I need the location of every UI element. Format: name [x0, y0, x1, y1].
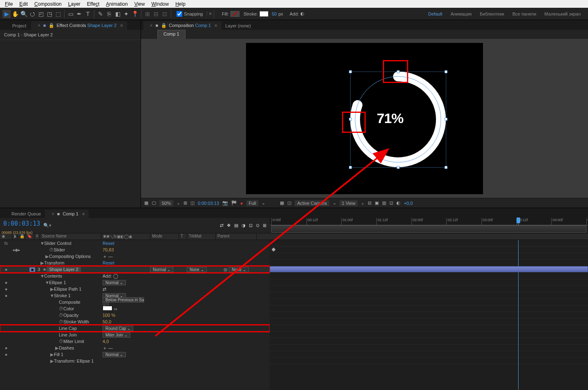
property-value[interactable]: Reset: [103, 260, 114, 265]
pen-tool[interactable]: ✒: [75, 10, 83, 18]
transparency-icon[interactable]: ▦: [280, 200, 284, 206]
brush-tool[interactable]: ✎: [96, 10, 105, 18]
region-icon[interactable]: ◫: [190, 200, 195, 206]
visibility-toggle[interactable]: ●: [0, 287, 12, 291]
chevron-down-icon[interactable]: ⌄: [177, 200, 180, 206]
grid-icon[interactable]: ▦: [144, 200, 148, 206]
orbit-tool[interactable]: ⭯: [28, 10, 36, 18]
property-row[interactable]: Line JoinMiter Join ⌄: [0, 332, 270, 338]
expand-arrow[interactable]: ▶: [50, 359, 54, 364]
property-row[interactable]: ●▶Dashes＋ —: [0, 345, 270, 351]
col-parent[interactable]: Parent: [216, 233, 257, 240]
selection-tool[interactable]: ▶: [2, 10, 11, 18]
stopwatch-icon[interactable]: ⏱: [59, 319, 63, 324]
col-mode[interactable]: Mode: [150, 233, 179, 240]
ws-allpanels[interactable]: Все панели: [512, 11, 536, 16]
snapshot-icon[interactable]: 📷: [222, 200, 228, 206]
add-menu-icon[interactable]: ◐: [300, 11, 304, 16]
visibility-toggle[interactable]: ●: [0, 293, 12, 298]
tl-btn[interactable]: ▤: [234, 223, 238, 228]
chevron-down-icon[interactable]: ⌄: [333, 200, 336, 206]
type-tool[interactable]: T: [84, 10, 92, 18]
tab-layer-none[interactable]: Layer (none): [221, 22, 255, 30]
resolution-select[interactable]: Full: [246, 200, 259, 206]
property-row[interactable]: ●▶Ellipse Path 1⇄: [0, 286, 270, 292]
property-value[interactable]: ⇄: [103, 287, 106, 291]
clone-tool[interactable]: ⎘: [105, 10, 113, 18]
property-row[interactable]: ●▶Fill 1Normal ⌄: [0, 351, 270, 358]
mask-icon[interactable]: ◫: [287, 200, 291, 206]
timeline-layer-list[interactable]: fx▼Slider ControlReset◂◆▸⏱ Slider70,83▶C…: [0, 240, 270, 390]
show-snapshot-icon[interactable]: 🏁: [231, 200, 237, 206]
stopwatch-icon[interactable]: ⏱: [59, 313, 63, 318]
property-value[interactable]: 70,83: [103, 247, 114, 252]
work-area-bar[interactable]: [271, 225, 586, 233]
property-row[interactable]: ▼ContentsAdd: ◯: [0, 273, 270, 279]
visibility-toggle[interactable]: ●: [0, 352, 12, 357]
composition-canvas[interactable]: 71%: [246, 43, 483, 194]
property-row[interactable]: ⏱ Opacity100 %: [0, 312, 270, 318]
rect-tool[interactable]: ▭: [67, 10, 75, 18]
world-axis[interactable]: ⊟: [152, 10, 160, 18]
snap-opts-icon[interactable]: ⋮≡: [205, 11, 212, 16]
close-icon[interactable]: ×: [38, 23, 40, 28]
color-swatch[interactable]: [103, 306, 112, 311]
property-row[interactable]: Line CapRound Cap ⌄: [0, 325, 270, 332]
pan-behind-tool[interactable]: ⬚: [54, 10, 62, 18]
snapping-checkbox[interactable]: [177, 11, 182, 17]
property-select[interactable]: Normal ⌄: [103, 280, 126, 285]
ws-default[interactable]: Default: [428, 11, 443, 16]
expand-arrow[interactable]: ▼: [50, 293, 54, 298]
tl-btn[interactable]: ⇄: [220, 223, 224, 228]
property-value[interactable]: Reset: [103, 241, 114, 246]
menu-composition[interactable]: Composition: [31, 1, 65, 7]
stroke-swatch[interactable]: [259, 11, 268, 17]
property-value[interactable]: ＋ —: [103, 254, 113, 259]
visibility-toggle[interactable]: ●: [0, 267, 12, 272]
menu-file[interactable]: File: [2, 1, 16, 7]
channel-icon[interactable]: ●: [240, 201, 243, 206]
expand-arrow[interactable]: ▼: [40, 273, 44, 278]
tab-project[interactable]: Project: [8, 22, 30, 30]
rotate-tool[interactable]: ◰: [37, 10, 45, 18]
property-value[interactable]: 4,0: [103, 339, 109, 344]
tl-btn[interactable]: ⊙: [256, 223, 259, 228]
property-value[interactable]: Add: ◯: [103, 273, 118, 278]
menu-view[interactable]: View: [131, 1, 148, 7]
time-ruler-area[interactable]: 0:00f00:12f01:00f01:12f02:00f02:12f03:00…: [270, 218, 588, 233]
visibility-toggle[interactable]: fx: [0, 241, 12, 246]
menu-window[interactable]: Window: [148, 1, 172, 7]
roto-tool[interactable]: ✦: [122, 10, 130, 18]
fill-swatch[interactable]: [230, 11, 239, 17]
expand-arrow[interactable]: ▶: [50, 287, 54, 292]
property-row[interactable]: ▶Transform: Ellipse 1: [0, 358, 270, 364]
exposure-icon[interactable]: ◐: [396, 200, 400, 206]
monitor-icon[interactable]: 🖵: [152, 201, 156, 206]
layer-track-bar[interactable]: [270, 266, 588, 272]
tab-timeline-comp[interactable]: × ■ Comp 1 ≡: [45, 210, 89, 218]
property-select[interactable]: Normal ⌄: [103, 352, 126, 357]
chevron-down-icon[interactable]: ⌄: [361, 200, 364, 206]
eraser-tool[interactable]: ◧: [114, 10, 122, 18]
tl-btn[interactable]: ❖: [227, 223, 231, 228]
expand-arrow[interactable]: ▼: [45, 280, 49, 285]
expand-arrow[interactable]: ▶: [40, 260, 44, 266]
property-row[interactable]: ▶TransformReset: [0, 260, 270, 266]
current-timecode[interactable]: 0:00:03:13: [3, 220, 40, 227]
property-row[interactable]: ▶Compositing Options＋ —: [0, 253, 270, 260]
menu-bar[interactable]: File Edit Composition Layer Effect Anima…: [0, 0, 588, 8]
tab-effect-controls[interactable]: × ■ 🔒 Effect Controls Shape Layer 2 ≡: [31, 21, 127, 30]
expand-arrow[interactable]: ▶: [45, 254, 49, 259]
property-row[interactable]: ●▼Ellipse 1Normal ⌄: [0, 279, 270, 286]
close-icon[interactable]: ×: [150, 23, 152, 28]
property-select[interactable]: Miter Join ⌄: [103, 332, 130, 338]
visibility-toggle[interactable]: ●: [0, 280, 12, 285]
ws-libraries[interactable]: Библиотеки: [480, 11, 504, 16]
col-source[interactable]: Source Name: [40, 233, 101, 240]
composition-viewer[interactable]: 71%: [141, 39, 588, 198]
ws-animation[interactable]: Анимация: [451, 11, 472, 16]
exposure-value[interactable]: +0,0: [404, 201, 413, 206]
comp-subtab[interactable]: Comp 1: [157, 30, 186, 39]
res-icon[interactable]: ⊞: [183, 200, 187, 206]
menu-edit[interactable]: Edit: [16, 1, 31, 7]
